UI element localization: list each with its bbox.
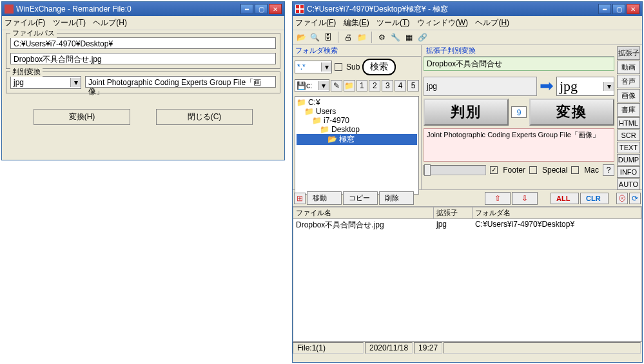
tree-node[interactable]: 📁C:¥	[297, 98, 417, 107]
drive-combo[interactable]: 💾c: ▾	[295, 79, 329, 92]
close-dialog-button[interactable]: 閉じる(C)	[156, 109, 253, 125]
from-ext[interactable]: jpg	[424, 77, 537, 96]
sub-checkbox[interactable]	[335, 63, 342, 71]
grid-icon[interactable]: ▦	[403, 32, 415, 43]
sidetab-auto[interactable]: AUTO	[617, 178, 640, 190]
sidetab-audio[interactable]: 音声	[617, 75, 640, 88]
clr-button[interactable]: CLR	[580, 193, 609, 204]
num-1-button[interactable]: 1	[356, 80, 368, 91]
table-header: ファイル名 拡張子 フォルダ名	[293, 207, 642, 219]
menu-file[interactable]: ファイル(F)	[5, 18, 45, 27]
svg-rect-1	[296, 5, 299, 8]
remove-icon[interactable]: ⮾	[616, 193, 628, 204]
delete-button[interactable]: 削除	[379, 191, 414, 205]
convert-button[interactable]: 変換	[529, 99, 614, 126]
drive-value: c:	[306, 81, 312, 90]
maximize-button[interactable]: ▢	[255, 4, 268, 14]
ext-combo-value: jpg	[11, 78, 70, 87]
menu-tool[interactable]: ツール(T)	[53, 18, 86, 27]
open2-icon[interactable]: 📁	[356, 32, 367, 43]
filepath-group: ファイルパス C:¥Users¥i7-4970¥Desktop¥ Dropbox…	[6, 33, 280, 69]
sidetab-scr[interactable]: SCR	[617, 129, 640, 141]
judge-button[interactable]: 判別	[424, 99, 509, 126]
folder-tree-icon[interactable]: 🗄	[322, 32, 334, 43]
col-file[interactable]: ファイル名	[293, 207, 434, 218]
menu-help[interactable]: ヘルプ(H)	[93, 18, 127, 27]
maximize-button[interactable]: ▢	[612, 4, 625, 14]
num-4-button[interactable]: 4	[395, 80, 406, 91]
search-icon[interactable]: 🔍	[309, 32, 320, 43]
action-bar: ⊞ 移動 コピー 削除 ⇧ ⇩ ALL CLR ⮾ ⟳	[293, 189, 642, 207]
convert-button[interactable]: 変換(H)	[34, 109, 130, 125]
count-box: 9	[511, 106, 527, 118]
folder-search-title: フォルダ検索	[293, 45, 421, 57]
mac-checkbox[interactable]	[571, 166, 579, 174]
app-icon	[5, 5, 14, 14]
sidetab-dump[interactable]: DUMP	[617, 154, 640, 166]
wrench-icon[interactable]: 🔧	[389, 32, 401, 43]
help-button[interactable]: ?	[603, 164, 614, 176]
slider[interactable]	[424, 165, 486, 175]
chevron-down-icon: ▾	[321, 62, 331, 72]
num-5-button[interactable]: 5	[407, 80, 419, 91]
num-3-button[interactable]: 3	[382, 80, 393, 91]
sidetab-video[interactable]: 動画	[617, 61, 640, 74]
up-button[interactable]: ⇧	[485, 192, 511, 205]
all-button[interactable]: ALL	[551, 193, 579, 204]
search-button[interactable]: 検索	[362, 59, 396, 75]
sidetab-html[interactable]: HTML	[617, 117, 640, 129]
sidetab-archive[interactable]: 書庫	[617, 103, 640, 117]
sidetab-text[interactable]: TEXT	[617, 142, 640, 153]
link-icon[interactable]: 🔗	[416, 32, 428, 43]
down-button[interactable]: ⇩	[512, 192, 538, 205]
svg-rect-2	[300, 5, 304, 8]
sidetab-image[interactable]: 画像	[617, 89, 640, 102]
footer-label: Footer	[503, 166, 525, 175]
filepath-file-input[interactable]: Dropbox不具合問合せ.jpg	[10, 53, 276, 64]
desc-box: Joint Photographic Coding Experts Group …	[424, 128, 614, 162]
gear-icon[interactable]: ⚙	[376, 32, 387, 43]
special-checkbox[interactable]	[529, 166, 537, 174]
menu-help[interactable]: ヘルプ(H)	[475, 18, 509, 27]
menu-window[interactable]: ウィンドウ(W)	[417, 18, 468, 27]
print-icon[interactable]: 🖨	[342, 32, 354, 43]
move-button[interactable]: 移動	[307, 191, 342, 205]
pattern-combo[interactable]: *.* ▾	[295, 61, 332, 73]
menu-edit[interactable]: 編集(E)	[344, 18, 369, 27]
favfolder-icon[interactable]: 📁	[344, 80, 355, 91]
tree-node[interactable]: 📁Desktop	[297, 125, 417, 134]
cell-folder: C:¥Users¥i7-4970¥Desktop¥	[473, 219, 641, 231]
col-folder[interactable]: フォルダ名	[473, 207, 641, 218]
status-files: File:1(1)	[293, 342, 364, 354]
refresh-icon[interactable]: ⟳	[629, 193, 641, 204]
tree-node[interactable]: 📁Users	[297, 107, 417, 116]
table-row[interactable]: Dropbox不具合問合せ.jpg jpg C:¥Users¥i7-4970¥D…	[293, 219, 641, 231]
table-body[interactable]: Dropbox不具合問合せ.jpg jpg C:¥Users¥i7-4970¥D…	[293, 219, 642, 341]
close-button[interactable]: ✕	[269, 4, 282, 14]
menu-file[interactable]: ファイル(F)	[295, 18, 336, 27]
copy-button[interactable]: コピー	[343, 191, 378, 205]
col-ext[interactable]: 拡張子	[434, 207, 473, 218]
file-table: ファイル名 拡張子 フォルダ名 Dropbox不具合問合せ.jpg jpg C:…	[293, 207, 642, 341]
close-button[interactable]: ✕	[627, 4, 639, 14]
folder-tree[interactable]: 📁C:¥ 📁Users 📁i7-4970 📁Desktop 📂極窓	[295, 96, 419, 195]
sidetab-info[interactable]: INFO	[617, 166, 640, 178]
toolbar: 📂 🔍 🗄 🖨 📁 ⚙ 🔧 ▦ 🔗	[293, 30, 642, 45]
footer-checkbox[interactable]	[490, 166, 498, 174]
menu-tool[interactable]: ツール(T)	[376, 18, 409, 27]
minimize-button[interactable]: ━	[598, 4, 611, 14]
to-ext-combo[interactable]: jpg ▾	[556, 77, 614, 96]
minimize-button[interactable]: ━	[240, 4, 253, 14]
tree-node[interactable]: 📁i7-4970	[297, 116, 417, 125]
filename-box[interactable]: Dropbox不具合問合せ	[424, 57, 614, 71]
menubar: ファイル(F) 編集(E) ツール(T) ウィンドウ(W) ヘルプ(H)	[293, 16, 642, 30]
edit-icon[interactable]: ✎	[331, 80, 342, 91]
filepath-legend: ファイルパス	[10, 28, 57, 38]
open-icon[interactable]: 📂	[295, 32, 307, 43]
tree-node-selected[interactable]: 📂極窓	[297, 134, 417, 145]
expand-icon[interactable]: ⊞	[294, 193, 306, 204]
filepath-dir-input[interactable]: C:¥Users¥i7-4970¥Desktop¥	[10, 37, 276, 49]
num-2-button[interactable]: 2	[369, 80, 380, 91]
special-label: Special	[542, 166, 567, 175]
ext-combo[interactable]: jpg ▾	[10, 76, 81, 89]
